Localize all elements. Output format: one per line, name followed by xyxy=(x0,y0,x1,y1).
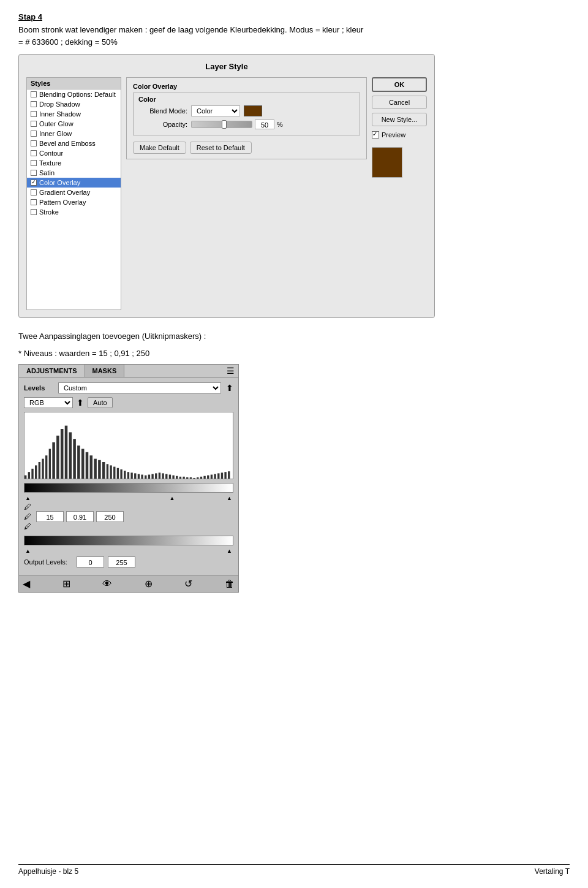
eyedropper-mid-icon[interactable]: 🖊 xyxy=(24,512,31,521)
toolbar-delete-icon[interactable]: 🗑 xyxy=(225,579,235,590)
black-point-triangle[interactable]: ▲ xyxy=(25,495,31,501)
input-high-value[interactable]: 250 xyxy=(96,511,124,522)
style-item-outer-glow[interactable]: Outer Glow xyxy=(27,119,121,129)
style-item-gradient-overlay[interactable]: Gradient Overlay xyxy=(27,188,121,197)
svg-rect-13 xyxy=(73,439,76,479)
adj-tabs: ADJUSTMENTS MASKS ☰ xyxy=(19,365,238,378)
style-item-stroke[interactable]: Stroke xyxy=(27,207,121,217)
output-row: Output Levels: 0 255 xyxy=(24,556,233,567)
levels-preset-arrow[interactable]: ⬆ xyxy=(226,383,233,393)
svg-rect-1 xyxy=(28,472,30,479)
svg-rect-52 xyxy=(214,474,216,479)
svg-rect-39 xyxy=(169,475,171,479)
opacity-slider[interactable] xyxy=(191,121,252,128)
adjustments-panel: ADJUSTMENTS MASKS ☰ Levels Custom ⬆ xyxy=(18,364,239,593)
new-style-button[interactable]: New Style... xyxy=(372,113,427,126)
svg-rect-15 xyxy=(81,449,85,479)
label-inner-shadow: Inner Shadow xyxy=(39,110,81,118)
preview-label: Preview xyxy=(382,131,405,139)
toolbar-layers-icon[interactable]: ⊞ xyxy=(62,578,70,590)
svg-rect-30 xyxy=(138,474,140,479)
tab-adjustments[interactable]: ADJUSTMENTS xyxy=(19,365,85,377)
style-item-bevel-emboss[interactable]: Bevel and Emboss xyxy=(27,139,121,148)
output-slider[interactable] xyxy=(24,536,233,545)
ok-button[interactable]: OK xyxy=(372,77,427,92)
checkbox-stroke xyxy=(31,209,37,215)
checkbox-gradient xyxy=(31,189,37,195)
input-low-value[interactable]: 15 xyxy=(36,511,64,522)
output-low-value[interactable]: 0 xyxy=(77,556,104,567)
make-default-button[interactable]: Make Default xyxy=(133,142,186,154)
output-white-triangle: ▲ xyxy=(227,548,232,554)
style-item-inner-glow[interactable]: Inner Glow xyxy=(27,129,121,139)
right-panel: OK Cancel New Style... Preview xyxy=(372,77,427,310)
svg-rect-34 xyxy=(151,474,153,479)
eyedropper-shadow-icon[interactable]: 🖊 xyxy=(24,503,31,511)
svg-rect-56 xyxy=(228,471,230,479)
svg-rect-12 xyxy=(69,432,72,479)
label-bevel: Bevel and Emboss xyxy=(39,140,96,147)
preview-checkbox[interactable] xyxy=(372,131,379,139)
style-item-blending-options[interactable]: Blending Options: Default xyxy=(27,89,121,99)
mid-point-triangle[interactable]: ▲ xyxy=(170,495,175,501)
style-item-pattern-overlay[interactable]: Pattern Overlay xyxy=(27,197,121,207)
cancel-button[interactable]: Cancel xyxy=(372,96,427,109)
svg-rect-42 xyxy=(179,477,181,479)
svg-rect-45 xyxy=(190,477,192,479)
svg-rect-5 xyxy=(42,459,43,479)
reset-default-button[interactable]: Reset to Default xyxy=(190,142,252,154)
label-satin: Satin xyxy=(39,169,55,176)
step-desc-line1: Boom stronk wat levendiger maken : geef … xyxy=(18,25,363,34)
auto-button[interactable]: Auto xyxy=(88,397,113,408)
opacity-label: Opacity: xyxy=(138,121,187,128)
tab-masks[interactable]: MASKS xyxy=(85,365,125,377)
toolbar-visibility-icon[interactable]: 👁 xyxy=(102,579,112,590)
svg-rect-29 xyxy=(134,473,136,479)
style-item-inner-shadow[interactable]: Inner Shadow xyxy=(27,109,121,119)
style-item-contour[interactable]: Contour xyxy=(27,148,121,158)
input-mid-value[interactable]: 0.91 xyxy=(66,511,94,522)
percent-label: % xyxy=(277,121,283,128)
panel-menu-icon[interactable]: ☰ xyxy=(227,366,235,376)
tab-spacer: ☰ xyxy=(124,365,238,377)
levels-preset-select[interactable]: Custom xyxy=(58,382,221,393)
svg-rect-21 xyxy=(107,464,108,479)
svg-rect-19 xyxy=(98,460,101,479)
output-high-value[interactable]: 255 xyxy=(108,556,135,567)
color-swatch[interactable] xyxy=(244,105,262,116)
svg-rect-11 xyxy=(65,426,68,479)
channel-select[interactable]: RGB xyxy=(24,397,73,408)
svg-rect-35 xyxy=(155,473,157,479)
toolbar-brush-icon[interactable]: ⊕ xyxy=(145,578,153,590)
checkbox-contour xyxy=(31,150,37,156)
svg-rect-41 xyxy=(176,476,178,479)
step-desc-line2: = # 633600 ; dekking = 50% xyxy=(18,37,118,47)
output-thumbs: ▲ ▲ xyxy=(24,548,233,554)
white-point-triangle[interactable]: ▲ xyxy=(227,495,232,501)
style-item-drop-shadow[interactable]: Drop Shadow xyxy=(27,99,121,109)
style-item-satin[interactable]: Satin xyxy=(27,168,121,178)
svg-rect-0 xyxy=(24,476,26,479)
level-values-row: 🖊 🖊 🖊 15 0.91 250 xyxy=(24,503,233,531)
checkbox-inner-shadow xyxy=(31,111,37,117)
styles-panel: Styles Blending Options: Default Drop Sh… xyxy=(26,77,121,310)
toolbar-arrow-icon[interactable]: ◀ xyxy=(23,578,30,590)
label-texture: Texture xyxy=(39,159,61,167)
label-color-overlay: Color Overlay xyxy=(39,179,80,186)
svg-rect-27 xyxy=(127,472,129,479)
toolbar-refresh-icon[interactable]: ↺ xyxy=(184,578,192,590)
style-item-color-overlay[interactable]: Color Overlay xyxy=(27,178,121,188)
channel-arrow[interactable]: ⬆ xyxy=(77,398,84,408)
svg-rect-31 xyxy=(141,475,143,479)
svg-rect-32 xyxy=(145,476,146,479)
opacity-value[interactable]: 50 xyxy=(255,120,274,129)
label-stroke: Stroke xyxy=(39,208,59,216)
opacity-slider-thumb xyxy=(222,120,227,129)
adjustments-wrapper: ADJUSTMENTS MASKS ☰ Levels Custom ⬆ xyxy=(18,364,570,593)
input-level-slider[interactable] xyxy=(24,483,233,493)
style-item-texture[interactable]: Texture xyxy=(27,158,121,168)
svg-rect-4 xyxy=(39,462,40,479)
blend-mode-select[interactable]: Color xyxy=(191,105,240,116)
eyedropper-highlight-icon[interactable]: 🖊 xyxy=(24,522,31,531)
checkbox-drop-shadow xyxy=(31,101,37,107)
